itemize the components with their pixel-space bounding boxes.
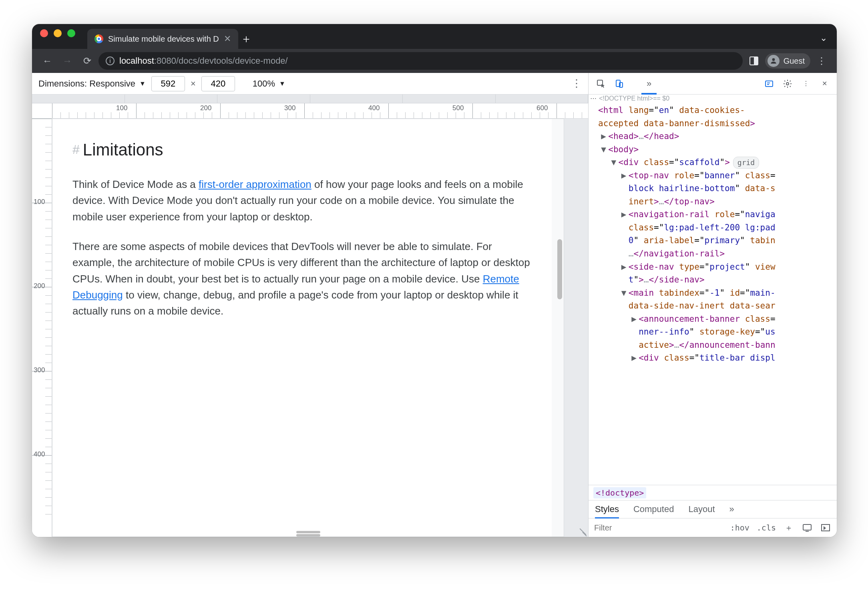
dom-tree[interactable]: <html lang="en" data-cookies-accepted da… <box>589 102 837 485</box>
close-window-button[interactable] <box>40 29 48 37</box>
toggle-sidebar-icon[interactable] <box>820 522 831 533</box>
url-path: :8080/docs/devtools/device-mode/ <box>154 56 288 66</box>
device-toolbar-menu[interactable]: ⋮ <box>571 77 582 90</box>
profile-label: Guest <box>784 56 805 66</box>
dom-row[interactable]: ▶<side-nav type="project" view <box>591 260 837 274</box>
maximize-window-button[interactable] <box>67 29 75 37</box>
dimensions-dropdown[interactable]: Dimensions: Responsive ▼ <box>38 79 146 89</box>
drag-handle[interactable] <box>296 531 320 533</box>
breadcrumb-doctype[interactable]: <!doctype> <box>593 487 646 498</box>
dom-row[interactable]: ▶<div class="title-bar displ <box>591 351 837 365</box>
address-bar[interactable]: i localhost:8080/docs/devtools/device-mo… <box>98 52 743 70</box>
toggle-device-toolbar-icon[interactable] <box>612 76 627 91</box>
dom-row[interactable]: data-side-nav-inert data-sear <box>591 299 837 313</box>
avatar-icon <box>768 55 780 67</box>
browser-tab[interactable]: Simulate mobile devices with D ✕ <box>87 29 238 49</box>
browser-menu-button[interactable]: ⋮ <box>813 52 830 70</box>
dom-row[interactable]: class="lg:pad-left-200 lg:pad <box>591 221 837 234</box>
devtools-menu-icon[interactable]: ⋮ <box>798 76 814 91</box>
device-viewport: #Limitations Think of Device Mode as a f… <box>52 119 588 537</box>
dom-row[interactable]: active>…</announcement-bann <box>591 339 837 352</box>
page-heading: #Limitations <box>72 137 532 163</box>
first-order-link[interactable]: first-order approximation <box>199 178 311 190</box>
scrollbar-thumb[interactable] <box>557 239 562 299</box>
anchor-hash-icon[interactable]: # <box>72 140 80 160</box>
back-button[interactable]: ← <box>38 52 56 70</box>
dom-row[interactable]: ▼<body> <box>591 143 837 156</box>
more-tabs-icon[interactable]: » <box>729 504 734 514</box>
dom-row[interactable]: ▶<head>…</head> <box>591 130 837 143</box>
dom-row[interactable]: ▶<top-nav role="banner" class= <box>591 169 837 182</box>
devtools-panel: » ⋮ ✕ ⋯<!DOCTYPE html> == $0 <html lang=… <box>589 73 837 537</box>
issues-icon[interactable] <box>762 76 777 91</box>
dom-row[interactable]: ▼<main tabindex="-1" id="main- <box>591 286 837 300</box>
dom-row[interactable]: ▶<announcement-banner class= <box>591 313 837 326</box>
devtools-toolbar: » ⋮ ✕ <box>589 73 837 95</box>
dom-row[interactable]: t">…</side-nav> <box>591 273 837 286</box>
dom-row[interactable]: ▶<navigation-rail role="naviga <box>591 208 837 221</box>
chevron-down-icon: ▼ <box>279 80 285 87</box>
settings-icon[interactable] <box>780 76 795 91</box>
chevron-down-icon: ▼ <box>139 80 146 87</box>
dom-row[interactable]: block hairline-bottom" data-s <box>591 182 837 195</box>
dom-row[interactable]: nner--info" storage-key="us <box>591 325 837 339</box>
close-devtools-icon[interactable]: ✕ <box>817 76 832 91</box>
zoom-dropdown[interactable]: 100% ▼ <box>253 79 285 89</box>
window-controls <box>40 24 87 49</box>
tab-title: Simulate mobile devices with D <box>108 34 219 44</box>
tab-computed[interactable]: Computed <box>633 504 674 514</box>
paragraph: Think of Device Mode as a first-order ap… <box>72 176 532 225</box>
reload-button[interactable]: ⟳ <box>78 52 96 70</box>
more-tabs-button[interactable]: » <box>641 76 657 91</box>
resize-handle[interactable] <box>577 526 587 535</box>
rendered-page[interactable]: #Limitations Think of Device Mode as a f… <box>52 119 552 537</box>
tab-search-button[interactable]: ⌄ <box>810 33 837 49</box>
svg-point-0 <box>772 58 775 61</box>
hov-toggle[interactable]: :hov <box>730 523 749 532</box>
new-tab-button[interactable]: ＋ <box>238 29 254 49</box>
breakpoint-bar[interactable] <box>32 95 588 103</box>
new-style-rule-icon[interactable]: ＋ <box>783 522 794 533</box>
dom-row[interactable]: ▼<div class="scaffold">grid <box>591 156 837 169</box>
width-input[interactable] <box>151 76 185 91</box>
svg-point-5 <box>786 83 789 85</box>
chrome-icon <box>94 34 103 43</box>
browser-toolbar: ← → ⟳ i localhost:8080/docs/devtools/dev… <box>32 49 837 73</box>
multiply-label: × <box>191 79 196 89</box>
side-panel-button[interactable] <box>745 52 763 70</box>
dom-row[interactable]: …</navigation-rail> <box>591 247 837 260</box>
forward-button[interactable]: → <box>58 52 76 70</box>
site-info-icon[interactable]: i <box>106 56 115 65</box>
dom-row[interactable]: 0" aria-label="primary" tabin <box>591 234 837 247</box>
dom-row[interactable]: <html lang="en" data-cookies- <box>591 104 837 117</box>
svg-rect-6 <box>803 524 811 530</box>
cls-toggle[interactable]: .cls <box>757 523 776 532</box>
computed-styles-icon[interactable] <box>802 522 813 533</box>
tab-styles[interactable]: Styles <box>595 504 619 514</box>
titlebar: Simulate mobile devices with D ✕ ＋ ⌄ <box>32 24 837 49</box>
styles-toolbar: :hov .cls ＋ <box>589 518 837 537</box>
doctype-row[interactable]: ⋯<!DOCTYPE html> == $0 <box>589 95 837 102</box>
close-tab-icon[interactable]: ✕ <box>224 34 231 44</box>
device-toolbar: Dimensions: Responsive ▼ × 100% ▼ ⋮ <box>32 73 588 95</box>
styles-tabs: Styles Computed Layout » <box>589 500 837 518</box>
profile-button[interactable]: Guest <box>765 53 810 69</box>
horizontal-ruler: 100 200 300 400 500 600 <box>32 103 588 119</box>
dom-row[interactable]: accepted data-banner-dismissed> <box>591 117 837 130</box>
styles-filter-input[interactable] <box>594 523 654 532</box>
url-host: localhost <box>119 56 154 66</box>
paragraph: There are some aspects of mobile devices… <box>72 238 532 319</box>
svg-rect-4 <box>766 81 773 87</box>
breadcrumb-trail[interactable]: <!doctype> <box>589 485 837 500</box>
dom-row[interactable]: inert>…</top-nav> <box>591 195 837 208</box>
height-input[interactable] <box>201 76 235 91</box>
vertical-ruler: 100 200 300 400 <box>32 119 52 537</box>
minimize-window-button[interactable] <box>54 29 62 37</box>
tab-layout[interactable]: Layout <box>688 504 715 514</box>
inspect-element-icon[interactable] <box>593 76 609 91</box>
